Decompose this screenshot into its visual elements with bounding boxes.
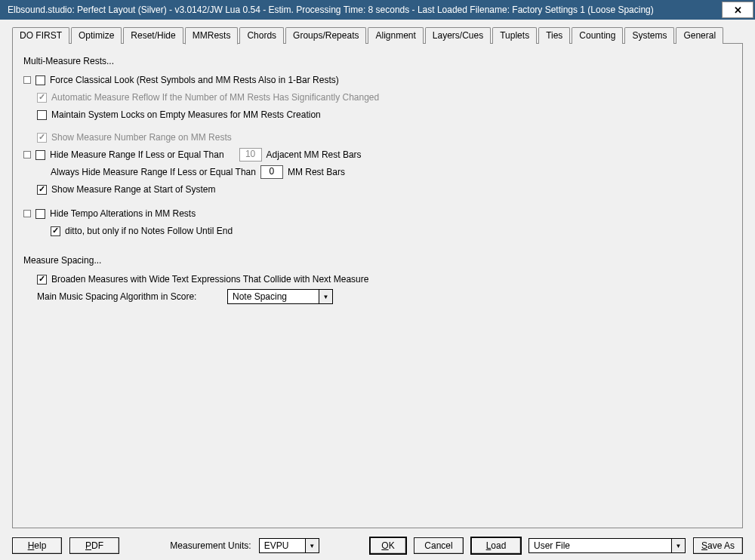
ok-label: K [389, 540, 395, 551]
checkbox-maintain-locks[interactable] [37, 110, 47, 120]
tab-counting[interactable]: Counting [572, 27, 623, 44]
label-ditto-only: ditto, but only if no Notes Follow Until… [65, 226, 233, 236]
tabstrip: DO FIRST Optimize Reset/Hide MMRests Cho… [12, 27, 743, 44]
window-title: Elbsound.studio: Perfect Layout (Silver)… [8, 5, 654, 15]
cancel-button[interactable]: Cancel [414, 537, 464, 554]
label-algorithm: Main Music Spacing Algorithm in Score: [37, 291, 223, 302]
pdf-label: DF [91, 540, 103, 551]
group-marker-icon[interactable] [23, 210, 31, 217]
measurement-units-label: Measurement Units: [170, 540, 251, 551]
select-algorithm-value: Note Spacing [233, 291, 319, 302]
tab-reset-hide[interactable]: Reset/Hide [123, 27, 183, 44]
label-hide-range-leq: Hide Measure Range If Less or Equal Than [50, 149, 224, 160]
label-force-classical: Force Classical Look (Rest Symbols and M… [50, 75, 339, 85]
save-as-label: ave As [707, 540, 735, 551]
label-show-range-start: Show Measure Range at Start of System [51, 184, 215, 195]
chevron-down-icon: ▼ [671, 539, 685, 552]
label-broaden: Broaden Measures with Wide Text Expressi… [51, 274, 368, 285]
checkbox-hide-tempo[interactable] [35, 209, 45, 219]
group-marker-icon[interactable] [23, 151, 31, 158]
select-file-value: User File [534, 540, 671, 551]
tab-ties[interactable]: Ties [538, 27, 570, 44]
ok-button[interactable]: OK [370, 537, 406, 554]
client-area: DO FIRST Optimize Reset/Hide MMRests Cho… [0, 20, 755, 560]
close-button[interactable]: ✕ [722, 2, 753, 18]
section-mm-rests-heading: Multi-Measure Rests... [23, 56, 732, 66]
input-hide-range-leq-value[interactable]: 10 [239, 148, 262, 162]
tab-chords[interactable]: Chords [239, 27, 284, 44]
tab-systems[interactable]: Systems [624, 27, 674, 44]
pdf-button[interactable]: PDF [69, 537, 119, 554]
help-button[interactable]: Help [12, 537, 62, 554]
tab-tuplets[interactable]: Tuplets [492, 27, 537, 44]
select-file[interactable]: User File ▼ [528, 538, 686, 553]
load-button[interactable]: Load [471, 537, 521, 554]
label-hide-range-leq-suffix: Adjacent MM Rest Bars [267, 149, 362, 160]
label-maintain-locks: Maintain System Locks on Empty Measures … [51, 109, 321, 120]
label-always-hide-leq: Always Hide Measure Range If Less or Equ… [51, 167, 256, 177]
save-as-button[interactable]: Save As [693, 537, 743, 554]
load-label: Load [486, 540, 507, 551]
checkbox-broaden[interactable] [37, 275, 47, 285]
checkbox-show-range-start[interactable] [37, 185, 47, 195]
footer-bar: Help PDF Measurement Units: EVPU ▼ OK Ca… [12, 533, 743, 554]
select-measurement-units[interactable]: EVPU ▼ [259, 538, 319, 553]
section-spacing-heading: Measure Spacing... [23, 255, 732, 266]
help-label: elp [34, 540, 46, 551]
tab-general[interactable]: General [676, 27, 723, 44]
app-window: Elbsound.studio: Perfect Layout (Silver)… [0, 0, 755, 560]
tab-layers-cues[interactable]: Layers/Cues [425, 27, 491, 44]
group-marker-icon[interactable] [23, 76, 31, 84]
label-hide-tempo: Hide Tempo Alterations in MM Rests [50, 208, 196, 219]
tab-optimize[interactable]: Optimize [71, 27, 122, 44]
measurement-units-value: EVPU [264, 540, 305, 551]
chevron-down-icon: ▼ [319, 290, 332, 303]
tab-panel: Multi-Measure Rests... Force Classical L… [12, 43, 743, 528]
input-always-hide-value[interactable]: 0 [260, 165, 283, 179]
tab-do-first[interactable]: DO FIRST [12, 27, 69, 44]
checkbox-show-range[interactable] [37, 133, 47, 143]
checkbox-force-classical[interactable] [35, 75, 45, 85]
titlebar: Elbsound.studio: Perfect Layout (Silver)… [0, 0, 755, 20]
label-always-hide-suffix: MM Rest Bars [288, 167, 345, 177]
select-algorithm[interactable]: Note Spacing ▼ [227, 289, 333, 304]
checkbox-auto-reflow[interactable] [37, 93, 47, 103]
label-auto-reflow: Automatic Measure Reflow If the Number o… [51, 92, 379, 103]
tab-groups-repeats[interactable]: Groups/Repeats [285, 27, 366, 44]
label-show-range: Show Measure Number Range on MM Rests [51, 132, 232, 143]
close-icon: ✕ [734, 5, 742, 16]
checkbox-hide-range-leq[interactable] [35, 150, 45, 160]
checkbox-ditto-only[interactable] [51, 226, 60, 236]
tab-alignment[interactable]: Alignment [368, 27, 423, 44]
chevron-down-icon: ▼ [305, 539, 319, 552]
tab-mm-rests[interactable]: MMRests [185, 27, 239, 45]
